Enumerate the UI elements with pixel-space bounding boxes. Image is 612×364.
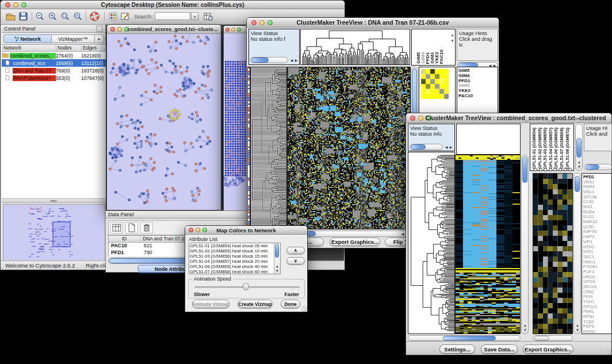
birdseye-view[interactable]: [3, 204, 105, 263]
network-canvas[interactable]: [107, 34, 221, 210]
zoom-fit-icon[interactable]: [73, 12, 83, 21]
gene-label[interactable]: VIP1: [583, 240, 592, 244]
col-id[interactable]: ID: [109, 236, 140, 242]
row-label[interactable]: PFD1: [458, 79, 470, 83]
treeview2-button-save-data-[interactable]: Save Data...: [481, 344, 518, 354]
scroll-right-icon[interactable]: ▶: [294, 58, 299, 63]
network-list-item[interactable]: DNA and Tran 07769(0)183728(0): [2, 67, 106, 74]
minimize-button[interactable]: [117, 27, 122, 32]
scroll-left-icon[interactable]: ◀: [400, 232, 405, 236]
column-label[interactable]: PAC10: [439, 49, 444, 64]
tv2-zoom-heatmap[interactable]: [533, 173, 573, 334]
attribute-list-item[interactable]: GPL51-04 (GSM857) heat shock 20 min: [190, 259, 273, 265]
annotation-icon[interactable]: [120, 12, 131, 21]
background-window-title-bar[interactable]: [224, 26, 247, 33]
gene-label[interactable]: YSH1: [583, 300, 594, 304]
row-label[interactable]: GIM5: [458, 68, 470, 73]
attribute-list-item[interactable]: GPL51-06 (GSM865) heat shock 40 min: [190, 265, 273, 270]
scroll-left-icon[interactable]: ◀: [444, 145, 449, 150]
attribute-list-item[interactable]: GPL51-02 (GSM855) heat shock 10 min: [190, 249, 273, 254]
gene-label[interactable]: YRA1: [583, 180, 594, 184]
gene-label[interactable]: CLN1: [583, 200, 594, 204]
gene-label[interactable]: PFD1: [583, 175, 594, 179]
gene-label[interactable]: RNR4: [583, 185, 595, 189]
close-button[interactable]: [410, 116, 415, 121]
network-window-title-bar[interactable]: combined_scores_good.txt--cluste...: [107, 25, 221, 34]
float-panel-icon[interactable]: [96, 25, 103, 32]
gene-label[interactable]: PHO81: [583, 265, 597, 269]
delete-attribute-icon[interactable]: [140, 222, 153, 233]
row-label[interactable]: PAC10: [458, 94, 473, 98]
create-attribute-icon[interactable]: [125, 222, 138, 233]
search-input[interactable]: [155, 12, 190, 20]
scroll-down-icon[interactable]: ▼: [275, 269, 280, 273]
select-attributes-icon[interactable]: [110, 222, 123, 233]
treeview2-title-bar[interactable]: ClusterMaker TreeView : combined_scores_…: [406, 113, 611, 123]
gene-label[interactable]: RPO21: [583, 305, 597, 309]
gene-label[interactable]: KAP95: [583, 229, 596, 233]
gene-label[interactable]: FIG4: [583, 294, 592, 298]
gene-label[interactable]: RPN1: [583, 315, 595, 319]
network-list-item[interactable]: RNAPuberNov2+563(0)107847(0): [2, 74, 106, 82]
network-list-item[interactable]: combined_scores_2764(0)16218(0): [2, 52, 106, 59]
open-file-icon[interactable]: [5, 12, 16, 21]
splitter-handle[interactable]: [50, 200, 57, 202]
scroll-down-icon[interactable]: ▼: [575, 328, 580, 332]
column-label[interactable]: GPL51-03 (GSM856): [543, 128, 548, 169]
close-button[interactable]: [225, 28, 230, 32]
scroll-left-icon[interactable]: ◀: [289, 58, 294, 63]
scroll-right-icon[interactable]: ▶: [449, 145, 453, 150]
help-lifering-icon[interactable]: [89, 11, 100, 22]
zoom-selected-icon[interactable]: [60, 12, 71, 21]
tv2-row-dendrogram[interactable]: [408, 152, 455, 334]
tv2-vscrollbar[interactable]: ▲ ▼: [521, 155, 529, 334]
gene-label[interactable]: NIS1: [583, 205, 592, 209]
flip-down-icon[interactable]: ▼: [450, 39, 454, 43]
minimize-button[interactable]: [231, 28, 235, 32]
tv2-collabel-vscrollbar[interactable]: ▲ ▼: [575, 124, 583, 171]
tv2-hscrollbar[interactable]: [408, 335, 521, 341]
dialog-title-bar[interactable]: Map Colors to Network: [185, 226, 307, 235]
treeview1-title-bar[interactable]: ClusterMaker TreeView : DNA and Tran 07-…: [247, 18, 499, 28]
gene-label[interactable]: TCB3: [583, 320, 594, 324]
gene-label[interactable]: BUD4: [583, 210, 595, 214]
zoom-out-icon[interactable]: [35, 12, 45, 21]
tab-overflow-icon[interactable]: ►: [95, 35, 104, 43]
gene-label[interactable]: GTB1: [583, 225, 594, 229]
tab-network[interactable]: Network: [3, 35, 52, 43]
tv1-row-dendrogram[interactable]: [250, 67, 287, 229]
tv2-status-hscrollbar[interactable]: [410, 144, 443, 150]
column-label[interactable]: GPL51-02 (GSM855): [538, 128, 542, 169]
close-button[interactable]: [110, 27, 115, 32]
zoom-in-icon[interactable]: [48, 12, 58, 21]
panel-splitter[interactable]: [2, 198, 106, 203]
tab-vizmapper[interactable]: VizMapper™: [52, 35, 95, 43]
row-label[interactable]: GIM4: [458, 74, 470, 78]
tv1-status-hscrollbar[interactable]: [250, 57, 288, 63]
move-down-button[interactable]: ∨: [286, 257, 305, 265]
scroll-up-icon[interactable]: ▲: [575, 323, 580, 328]
gene-label[interactable]: ELG1: [583, 214, 594, 219]
column-label[interactable]: GPL51-08 (GSM872): [565, 128, 570, 169]
attribute-listbox[interactable]: GPL51-01 (GSM854) heat shock 05 minGPL51…: [189, 243, 281, 274]
scroll-down-icon[interactable]: ▼: [523, 328, 527, 332]
column-label[interactable]: GPL51-06 (GSM865): [554, 128, 559, 169]
column-label[interactable]: GPL51-04 (GSM857): [549, 128, 553, 169]
save-icon[interactable]: [18, 12, 28, 21]
gene-label[interactable]: HMG1: [583, 260, 595, 264]
background-network-canvas[interactable]: [224, 33, 247, 210]
row-label[interactable]: GIM3: [458, 83, 470, 88]
tv2-column-dendrogram[interactable]: [456, 124, 521, 155]
gene-label[interactable]: PAN1: [583, 309, 594, 313]
gene-label[interactable]: NTR2: [583, 245, 594, 249]
treeview2-button-export-graphics-[interactable]: Export Graphics...: [523, 344, 573, 354]
zoom-button[interactable]: [237, 28, 241, 32]
column-label[interactable]: GPL51-07 (GSM868): [560, 128, 564, 169]
network-list-item[interactable]: combined_sco2569(6)13112(15): [2, 59, 106, 67]
gene-label[interactable]: PEP5: [583, 324, 594, 328]
row-label[interactable]: YKE2: [458, 89, 471, 93]
gene-label[interactable]: SEC24: [583, 285, 596, 289]
gene-label[interactable]: GPI16: [583, 279, 595, 283]
gene-label[interactable]: CPA2: [583, 290, 594, 294]
attribute-list-item[interactable]: GPL51-01 (GSM854) heat shock 05 min: [190, 244, 273, 249]
